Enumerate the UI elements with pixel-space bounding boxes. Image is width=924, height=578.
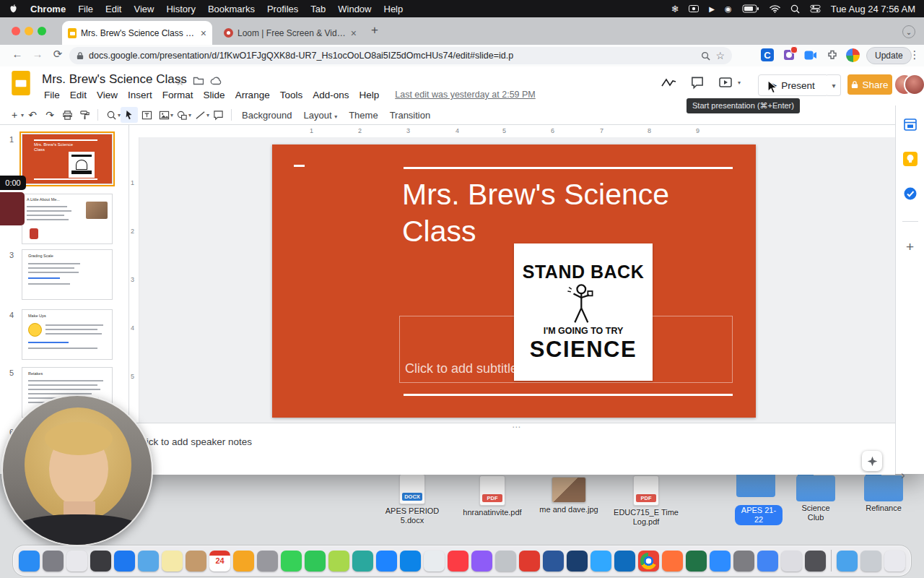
play-status-icon[interactable]: ▶ (709, 5, 715, 13)
slide-title-textbox[interactable]: Mrs. Brew's Science Class (402, 176, 741, 250)
address-bar[interactable]: docs.google.com/presentation/d/1fKwO1FJg… (69, 47, 732, 64)
dock-trash-icon[interactable] (884, 551, 905, 571)
battery-icon[interactable] (742, 4, 759, 13)
dock-messages-icon[interactable] (281, 551, 302, 571)
url-text[interactable]: docs.google.com/presentation/d/1fKwO1FJg… (89, 51, 696, 61)
loom-extension-icon[interactable] (803, 47, 819, 63)
dock-calendar-icon[interactable]: 24 (209, 551, 230, 571)
window-zoom-button[interactable] (38, 27, 46, 35)
menu-tools[interactable]: Tools (275, 88, 308, 102)
dock-app-icon[interactable] (352, 551, 373, 571)
menubar-item-tab[interactable]: Tab (310, 4, 326, 14)
dock-documents-stack-icon[interactable] (860, 551, 881, 571)
menubar-item-bookmarks[interactable]: Bookmarks (208, 4, 255, 14)
chrome-update-button[interactable]: Update (866, 47, 912, 64)
dock-app-icon[interactable] (114, 551, 135, 571)
dock-app-icon[interactable] (567, 551, 588, 571)
last-edit-link[interactable]: Last edit was yesterday at 2:59 PM (390, 88, 541, 102)
calendar-icon[interactable] (903, 117, 918, 134)
camera-icon[interactable] (689, 5, 699, 12)
dock-facetime-icon[interactable] (305, 551, 326, 571)
dock-app-icon[interactable] (90, 551, 111, 571)
bookmark-star-icon[interactable]: ☆ (715, 50, 725, 61)
slide-thumbnail-1[interactable]: Mrs. Brew's Science Class (22, 134, 113, 184)
extensions-puzzle-icon[interactable] (824, 47, 840, 63)
menubar-item-window[interactable]: Window (338, 4, 371, 14)
menubar-clock[interactable]: Tue Aug 24 7:56 AM (831, 4, 915, 14)
current-slide[interactable]: Mrs. Brew's Science Class STAND BACK (272, 144, 756, 418)
tab-loom[interactable]: Loom | Free Screen & Video Re × (218, 21, 362, 45)
dock-chrome-icon[interactable] (638, 551, 659, 571)
window-close-button[interactable] (12, 27, 20, 35)
loom-stop-button[interactable] (0, 192, 25, 225)
select-tool-button[interactable] (121, 107, 138, 123)
tab-slides[interactable]: Mrs. Brew's Science Class - G × (62, 21, 212, 45)
desktop-folder-science-club[interactable]: Science Club (794, 473, 837, 522)
dock-app-icon[interactable] (43, 551, 64, 571)
control-center-icon[interactable] (810, 4, 821, 13)
stand-back-image[interactable]: STAND BACK I'M GOING TO TRY SCIENCE (514, 243, 653, 381)
forward-button[interactable]: → (29, 48, 46, 64)
spotlight-search-icon[interactable] (790, 4, 800, 14)
menu-view[interactable]: View (92, 88, 123, 102)
window-minimize-button[interactable] (25, 27, 33, 35)
dock-app-icon[interactable] (186, 551, 206, 571)
layout-button[interactable]: Layout ▾ (297, 108, 343, 123)
tab-close-icon[interactable]: × (351, 28, 357, 38)
present-button[interactable]: ▶ Present (758, 74, 829, 96)
dock-app-icon[interactable] (614, 551, 635, 571)
insert-comment-button[interactable] (209, 107, 227, 123)
collaborator-avatar[interactable] (904, 74, 924, 95)
desktop-file-photo[interactable]: me and dave.jpg (534, 477, 603, 514)
dock-app-icon[interactable] (590, 551, 611, 571)
menu-slide[interactable]: Slide (199, 88, 230, 102)
menu-insert[interactable]: Insert (123, 88, 157, 102)
notes-resize-handle[interactable]: ⋯ (512, 422, 522, 432)
get-addons-button[interactable]: + (906, 239, 914, 255)
menu-help[interactable]: Help (354, 88, 384, 102)
dock-music-icon[interactable] (448, 551, 468, 571)
dock-app-icon[interactable] (400, 551, 421, 571)
cloud-status-icon[interactable] (210, 76, 223, 89)
apple-logo-icon[interactable] (9, 4, 18, 14)
omnibox-search-icon[interactable] (701, 51, 710, 61)
dock-word-icon[interactable] (543, 551, 564, 571)
dock-app-icon[interactable] (781, 551, 802, 571)
menubar-item-help[interactable]: Help (384, 4, 404, 14)
menubar-item-file[interactable]: File (78, 4, 93, 14)
dock-finder-icon[interactable] (19, 551, 40, 571)
extension-c-icon[interactable]: C (759, 47, 775, 63)
menubar-app-name[interactable]: Chrome (30, 4, 66, 14)
dock-app-icon[interactable] (257, 551, 278, 571)
slide-thumbnail-3[interactable]: Grading Scale (22, 249, 113, 300)
comment-history-icon[interactable] (690, 76, 705, 92)
reload-button[interactable]: ⟳ (49, 48, 66, 64)
dock-app-icon[interactable] (162, 551, 183, 571)
dock-app-icon[interactable] (519, 551, 540, 571)
text-box-button[interactable] (138, 107, 155, 123)
theme-button[interactable]: Theme (343, 108, 383, 123)
present-to-meeting-icon[interactable] (719, 77, 735, 91)
tab-search-chevron-icon[interactable]: ⌄ (902, 25, 915, 38)
menubar-item-history[interactable]: History (166, 4, 195, 14)
record-status-icon[interactable]: ◉ (725, 4, 732, 14)
dock-app-icon[interactable] (805, 551, 826, 571)
browser-menu-icon[interactable]: ⋮ (907, 47, 923, 63)
dock-app-icon[interactable] (424, 551, 445, 571)
menubar-item-view[interactable]: View (134, 4, 154, 14)
dock-app-icon[interactable] (328, 551, 349, 571)
transition-button[interactable]: Transition (384, 108, 437, 123)
dock-zoom-icon[interactable] (710, 551, 731, 571)
document-title[interactable]: Mrs. Brew's Science Class (42, 72, 187, 87)
slide-thumbnail-4[interactable]: Make Ups (22, 309, 113, 360)
background-button[interactable]: Background (236, 108, 297, 123)
menu-file[interactable]: File (39, 88, 65, 102)
dock-downloads-folder-icon[interactable] (837, 551, 858, 571)
print-button[interactable] (58, 107, 76, 123)
dock-app-icon[interactable] (495, 551, 516, 571)
profile-avatar-icon[interactable] (845, 47, 860, 63)
wifi-icon[interactable] (770, 4, 780, 13)
dock-app-icon[interactable] (138, 551, 159, 571)
dock-app-icon[interactable] (376, 551, 397, 571)
dock-app-icon[interactable] (733, 551, 754, 571)
